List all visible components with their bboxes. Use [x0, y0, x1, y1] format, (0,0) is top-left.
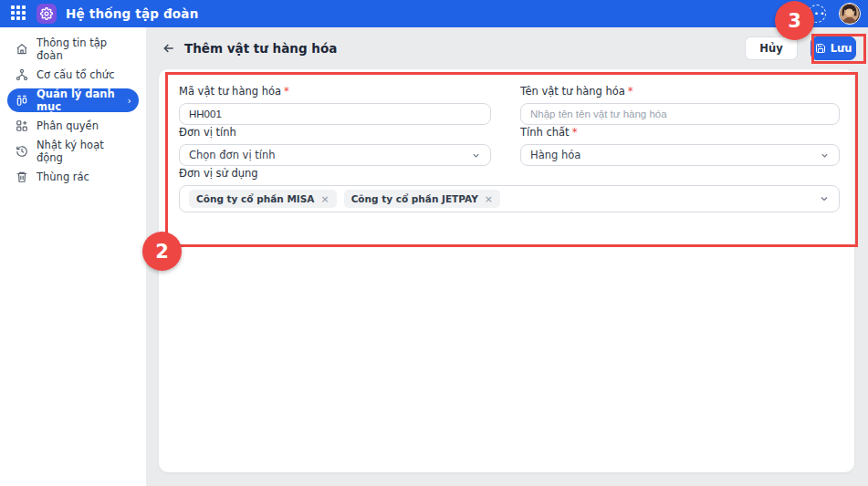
chip-remove-icon[interactable]: × [485, 193, 493, 205]
sidebar-nav: Thông tin tập đoàn Cơ cấu tổ chức Quản l… [0, 27, 146, 486]
chip-remove-icon[interactable]: × [320, 193, 329, 205]
field-label-name: Tên vật tư hàng hóa* [520, 85, 840, 98]
sidebar-item-label: Nhật ký hoạt động [37, 139, 131, 164]
chip-label: Công ty cổ phần MISA [196, 193, 314, 204]
org-chart-icon [15, 68, 28, 82]
home-icon [15, 43, 28, 57]
chip-jetpay: Công ty cổ phần JETPAY × [344, 190, 500, 208]
chip-misa: Công ty cổ phần MISA × [189, 190, 337, 208]
chevron-down-icon [819, 193, 830, 204]
field-label-code: Mã vật tư hàng hóa* [179, 85, 491, 98]
chip-label: Công ty cổ phần JETPAY [351, 193, 478, 204]
grid-plus-icon [15, 119, 28, 133]
sidebar-item-thung-rac[interactable]: Thùng rác [7, 165, 139, 189]
usage-units-multiselect[interactable]: Công ty cổ phần MISA × Công ty cổ phần J… [179, 185, 840, 212]
app-title: Hệ thống tập đoàn [66, 6, 198, 21]
sidebar-item-label: Thùng rác [37, 171, 89, 183]
form-card: Mã vật tư hàng hóa* Tên vật tư hàng hóa*… [159, 69, 854, 472]
sidebar-item-label: Quản lý danh mục [37, 88, 120, 113]
sidebar-item-quan-ly-danh-muc[interactable]: Quản lý danh mục › [7, 88, 139, 112]
field-label-nature: Tính chất* [520, 126, 840, 139]
sidebar-item-label: Thông tin tập đoàn [37, 36, 131, 62]
gear-icon [40, 7, 53, 20]
page-title: Thêm vật tư hàng hóa [184, 41, 337, 56]
sidebar-item-phan-quyen[interactable]: Phân quyền [7, 114, 139, 138]
chevron-right-icon: › [128, 95, 131, 107]
unit-select[interactable]: Chọn đơn vị tính [179, 144, 491, 166]
name-input[interactable] [520, 103, 840, 125]
app-launcher-icon[interactable] [11, 5, 27, 22]
sidebar-item-label: Cơ cấu tổ chức [37, 68, 114, 81]
save-button-label: Lưu [831, 42, 852, 55]
system-settings-logo[interactable] [37, 4, 57, 24]
unit-select-value: Chọn đơn vị tính [189, 149, 276, 161]
sidebar-item-nhat-ky-hoat-dong[interactable]: Nhật ký hoạt động [7, 140, 139, 163]
back-arrow-icon[interactable] [161, 40, 177, 57]
save-button[interactable]: Lưu [810, 36, 856, 60]
sidebar-item-label: Phân quyền [37, 119, 99, 132]
code-input[interactable] [179, 103, 491, 125]
required-mark: * [572, 126, 578, 139]
field-label-usage-units: Đơn vị sử dụng [179, 167, 840, 180]
save-floppy-icon [815, 43, 826, 54]
field-label-unit: Đơn vị tính [179, 126, 491, 139]
annotation-step-2: 2 [142, 232, 182, 271]
top-header-bar: Hệ thống tập đoàn ••• [0, 0, 868, 27]
user-avatar[interactable] [839, 3, 861, 25]
page-toolbar: Thêm vật tư hàng hóa Hủy Lưu [146, 27, 868, 69]
required-mark: * [628, 85, 633, 98]
chevron-down-icon [471, 150, 481, 160]
required-mark: * [284, 85, 289, 98]
sidebar-item-co-cau-to-chuc[interactable]: Cơ cấu tổ chức [7, 63, 139, 87]
sidebar-item-thong-tin-tap-doan[interactable]: Thông tin tập đoàn [7, 37, 139, 61]
nature-select[interactable]: Hàng hóa [520, 144, 840, 166]
nature-select-value: Hàng hóa [530, 149, 580, 161]
cancel-button[interactable]: Hủy [745, 36, 798, 60]
history-icon [15, 145, 28, 159]
category-icon [15, 94, 28, 108]
chevron-down-icon [820, 150, 830, 160]
annotation-step-3: 3 [775, 1, 814, 40]
trash-icon [15, 171, 28, 184]
